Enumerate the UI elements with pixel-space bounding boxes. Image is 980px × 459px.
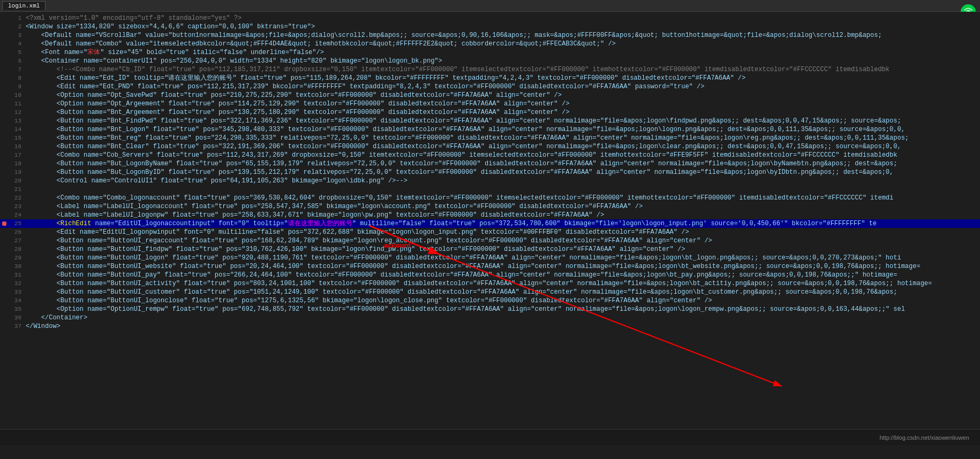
code-line: 13 <Button name="Bnt_FindPwd" float="tru… [0, 117, 980, 125]
line-number: 6 [10, 57, 26, 65]
code-line: 4 <Default name="Combo" value="itemselec… [0, 40, 980, 48]
token: <Button name="Bnt_Argeement" float="true… [57, 109, 570, 116]
code-line: 21 [0, 185, 980, 194]
code-line: 8 <Edit name="Edt_ID" tooltip="请在这里输入您的账… [0, 74, 980, 82]
code-line: 37</Window> [0, 322, 980, 331]
line-number: 33 [10, 288, 26, 296]
line-content: <Button name="ButtonUI_regaccount" float… [26, 236, 979, 245]
line-content: <Button name="ButtonUI_logon" float="tru… [26, 254, 979, 262]
code-line: 18 <Button name="But_LogonByName" float=… [0, 159, 980, 168]
code-line: 6 <Container name="containerUI1" pos="25… [0, 57, 980, 65]
line-number: 5 [10, 48, 26, 57]
token: <Button name="Bnt_FindPwd" float="true" … [57, 117, 901, 125]
code-line: 36 </Container> [0, 313, 980, 322]
code-line: 14 <Button name="Bnt_Logon" float="true"… [0, 125, 980, 134]
code-line: 33 <Button name="ButtonUI_customer" floa… [0, 288, 980, 296]
line-content: <Container name="containerUI1" pos="256,… [26, 57, 979, 65]
line-number: 13 [10, 117, 26, 125]
line-number: 14 [10, 125, 26, 134]
line-number: 15 [10, 134, 26, 142]
code-line: 9 <Edit name="Edt_PND" float="true" pos=… [0, 82, 980, 91]
line-content: </Container> [26, 313, 979, 322]
code-line: 2<Window size="1334,820" sizebox="4,4,6,… [0, 22, 980, 31]
token: </Container> [41, 314, 87, 322]
token: <Default name="Combo" value="itemselecte… [41, 40, 616, 48]
code-line: 25 <RichEdit name="EditUI_logonaccountin… [0, 219, 980, 228]
token: <Button name="Bnt_Clear" float="true" po… [57, 143, 901, 150]
token: <Label name="LabelUI_logonaccount" float… [57, 203, 643, 210]
line-number: 32 [10, 279, 26, 288]
line-content: <Button name="ButtonUI_logonclose" float… [26, 296, 979, 305]
line-content: <Window size="1334,820" sizebox="4,4,6,6… [26, 22, 979, 31]
line-content: <Option name="Opt_Argeement" float="true… [26, 100, 979, 108]
code-line: 27 <Button name="ButtonUI_regaccount" fl… [0, 236, 980, 245]
code-line: 29 <Button name="ButtonUI_logon" float="… [0, 254, 980, 262]
line-content: <Combo name="Cob_Servers" float="true" p… [26, 151, 979, 159]
token: 宋体 [87, 49, 100, 56]
token: <Button name="ButtonUI_customer" float="… [57, 288, 898, 296]
line-number: 23 [10, 202, 26, 211]
token: <Edit name="Edt_ID" tooltip="请在这里输入您的账号"… [57, 74, 746, 82]
line-number: 26 [10, 228, 26, 236]
code-line: 3 <Default name="VScrollBar" value="butt… [0, 31, 980, 40]
token: </Window> [26, 323, 61, 330]
line-number: 31 [10, 271, 26, 279]
token: <Button name="ButtonUI_logonclose" float… [57, 297, 712, 304]
line-number: 10 [10, 91, 26, 100]
line-content: <RichEdit name="EditUI_logonaccountinput… [26, 219, 979, 228]
code-line: 22 <Combo name="Combo_logonaccount" floa… [0, 194, 980, 202]
line-content: <Button name="ButtonUI_activity" float="… [26, 279, 979, 288]
line-content: </Window> [26, 322, 979, 331]
token: <Option name="OptionUI_rempw" float="tru… [57, 305, 905, 313]
line-number: 1 [10, 14, 26, 22]
line-number: 4 [10, 40, 26, 48]
line-number: 29 [10, 254, 26, 262]
line-number: 28 [10, 245, 26, 254]
code-line: 11 <Option name="Opt_Argeement" float="t… [0, 100, 980, 108]
code-line: 35 <Option name="OptionUI_rempw" float="… [0, 305, 980, 313]
code-line: 28 <Button name="ButtonUI_findpw" float=… [0, 245, 980, 254]
line-content: <Option name="OptionUI_rempw" float="tru… [26, 305, 979, 313]
line-content: <Button name="ButtonUI_customer" float="… [26, 288, 979, 296]
token: <Button name="Bnt_Logon" float="true" po… [57, 126, 905, 133]
line-content: <Button name="ButtonUI_website" float="t… [26, 262, 979, 271]
line-number: 12 [10, 108, 26, 117]
line-number: 16 [10, 142, 26, 151]
line-number: 24 [10, 211, 26, 219]
line-content: <Label name="LabelUI_logonpw" float="tru… [26, 211, 979, 219]
line-content: <Default name="Combo" value="itemselecte… [26, 40, 979, 48]
tab-bar: login.xml [0, 0, 980, 12]
token: <Button name="ButtonUI_pay" float="true"… [57, 271, 898, 279]
line-gutter [1, 219, 10, 224]
line-number: 36 [10, 313, 26, 322]
line-content: <Combo name="Combo_logonaccount" float="… [26, 194, 979, 202]
line-number: 27 [10, 236, 26, 245]
token: <Button name="ButtonUI_regaccount" float… [57, 237, 712, 244]
line-number: 35 [10, 305, 26, 313]
line-number: 37 [10, 322, 26, 331]
token: <Button name="ButtonUI_website" float="t… [57, 263, 921, 270]
token: <Button name="Bnt_reg" float="true" pos=… [57, 134, 909, 142]
code-editor[interactable]: 1<?xml version="1.0" encoding="utf-8" st… [0, 12, 980, 429]
code-line: 1<?xml version="1.0" encoding="utf-8" st… [0, 14, 980, 22]
line-number: 25 [10, 219, 26, 228]
token: <Default name="VScrollBar" value="button… [41, 32, 882, 39]
line-content: <Button name="Bnt_reg" float="true" pos=… [26, 134, 979, 142]
token: <Button name="ButtonUI_findpw" float="tr… [57, 246, 685, 253]
line-number: 3 [10, 31, 26, 40]
code-line: 10 <Option name="Opt_SavePwd" float="tru… [0, 91, 980, 100]
token: <RichEdit [57, 220, 92, 227]
line-content: <?xml version="1.0" encoding="utf-8" sta… [26, 14, 979, 22]
code-line: 24 <Label name="LabelUI_logonpw" float="… [0, 211, 980, 219]
token: <Combo name="Cob_Servers" float="true" p… [57, 151, 898, 159]
line-number: 9 [10, 82, 26, 91]
token: <Button name="ButtonUI_logon" float="tru… [57, 254, 901, 262]
line-content: <!--<Combo name="Cb_ID" float="true" pos… [26, 65, 979, 74]
line-number: 34 [10, 296, 26, 305]
tab-login-xml[interactable]: login.xml [2, 1, 46, 10]
code-line: 34 <Button name="ButtonUI_logonclose" fl… [0, 296, 980, 305]
token: <Control name="ControlUI1" float="true" … [57, 177, 408, 185]
line-content: <Edit name="EditUI_logonpwinput" font="0… [26, 228, 979, 236]
token: <Font name=" [41, 49, 87, 56]
token: <Button name="ButtonUI_activity" float="… [57, 280, 932, 287]
